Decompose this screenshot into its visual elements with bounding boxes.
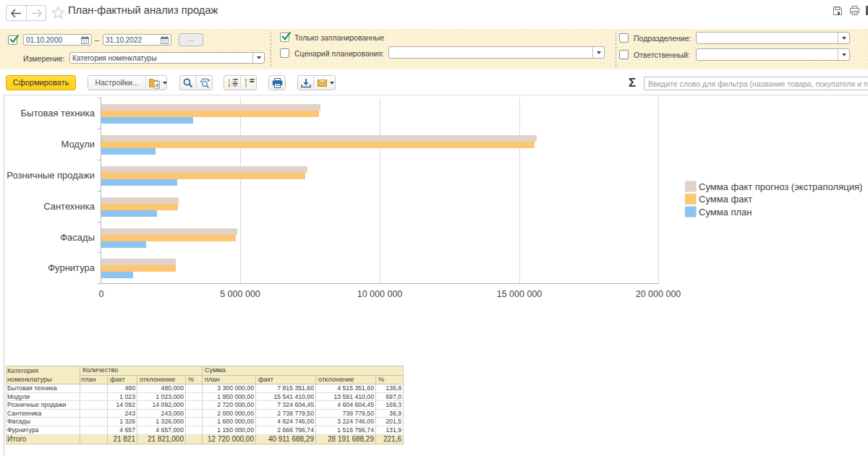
svg-text:5 000 000: 5 000 000: [220, 289, 260, 299]
svg-text:Сантехника: Сантехника: [43, 201, 95, 212]
svg-text:Розничные продажи: Розничные продажи: [7, 170, 95, 181]
svg-text:Фурнитура: Фурнитура: [48, 262, 95, 273]
svg-text:Фасады: Фасады: [60, 232, 95, 243]
svg-text:Модули: Модули: [61, 139, 95, 150]
svg-text:Сумма факт прогноз (экстраполя: Сумма факт прогноз (экстраполяция): [699, 181, 862, 192]
svg-text:Сумма факт: Сумма факт: [699, 194, 752, 205]
svg-text:Сумма план: Сумма план: [699, 207, 752, 218]
svg-text:0: 0: [99, 289, 104, 299]
svg-text:20 000 000: 20 000 000: [636, 289, 681, 299]
svg-text:10 000 000: 10 000 000: [357, 289, 403, 299]
svg-text:15 000 000: 15 000 000: [497, 289, 542, 299]
svg-text:Бытовая техника: Бытовая техника: [21, 108, 95, 119]
